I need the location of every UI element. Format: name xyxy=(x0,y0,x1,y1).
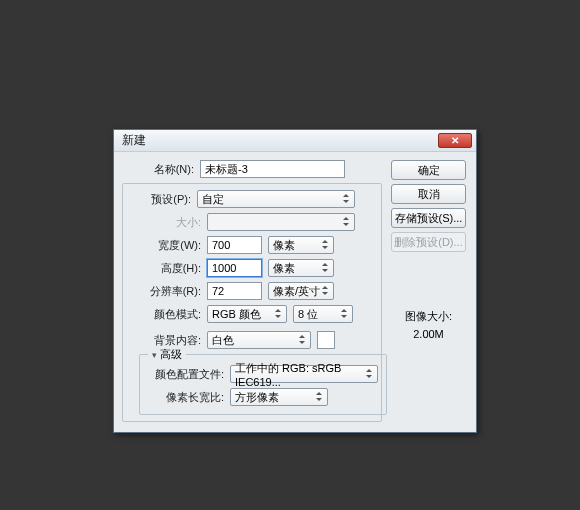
image-size-value: 2.00M xyxy=(391,326,466,344)
bgcolor-swatch[interactable] xyxy=(317,331,335,349)
colorprofile-value: 工作中的 RGB: sRGB IEC619... xyxy=(235,361,373,388)
preset-label: 预设(P): xyxy=(129,192,197,207)
bgcontents-select[interactable]: 白色 xyxy=(207,331,311,349)
colordepth-value: 8 位 xyxy=(298,307,318,322)
advanced-group: 高级 颜色配置文件: 工作中的 RGB: sRGB IEC619... 像素长宽… xyxy=(139,354,387,415)
preset-group: 预设(P): 自定 大小: 宽度(W): xyxy=(122,183,382,422)
pixelaspect-value: 方形像素 xyxy=(235,390,279,405)
chevron-updown-icon xyxy=(341,311,348,318)
height-unit-select[interactable]: 像素 xyxy=(268,259,334,277)
resolution-unit-value: 像素/英寸 xyxy=(273,284,320,299)
chevron-updown-icon xyxy=(343,219,350,226)
width-label: 宽度(W): xyxy=(129,238,207,253)
delete-preset-button: 删除预设(D)... xyxy=(391,232,466,252)
chevron-updown-icon xyxy=(343,196,350,203)
size-select xyxy=(207,213,355,231)
colordepth-select[interactable]: 8 位 xyxy=(293,305,353,323)
chevron-updown-icon xyxy=(322,288,329,295)
size-label: 大小: xyxy=(129,215,207,230)
bgcontents-value: 白色 xyxy=(212,333,234,348)
close-button[interactable]: ✕ xyxy=(438,133,472,148)
advanced-legend[interactable]: 高级 xyxy=(148,347,186,362)
pixelaspect-select[interactable]: 方形像素 xyxy=(230,388,328,406)
image-size-info: 图像大小: 2.00M xyxy=(391,308,466,343)
resolution-label: 分辨率(R): xyxy=(129,284,207,299)
width-unit-value: 像素 xyxy=(273,238,295,253)
chevron-updown-icon xyxy=(322,265,329,272)
colorprofile-select[interactable]: 工作中的 RGB: sRGB IEC619... xyxy=(230,365,378,383)
height-unit-value: 像素 xyxy=(273,261,295,276)
cancel-button[interactable]: 取消 xyxy=(391,184,466,204)
pixelaspect-label: 像素长宽比: xyxy=(146,390,230,405)
colormode-label: 颜色模式: xyxy=(129,307,207,322)
image-size-label: 图像大小: xyxy=(391,308,466,326)
new-document-dialog: 新建 ✕ 确定 取消 存储预设(S)... 删除预设(D)... 图像大小: 2… xyxy=(113,129,477,433)
width-input[interactable] xyxy=(207,236,262,254)
resolution-unit-select[interactable]: 像素/英寸 xyxy=(268,282,334,300)
colorprofile-label: 颜色配置文件: xyxy=(146,367,230,382)
dialog-title: 新建 xyxy=(122,132,438,149)
form-area: 名称(N): 预设(P): 自定 大小: xyxy=(122,160,382,422)
resolution-input[interactable] xyxy=(207,282,262,300)
preset-value: 自定 xyxy=(202,192,224,207)
width-unit-select[interactable]: 像素 xyxy=(268,236,334,254)
name-label: 名称(N): xyxy=(122,162,200,177)
right-button-column: 确定 取消 存储预设(S)... 删除预设(D)... 图像大小: 2.00M xyxy=(391,160,466,343)
height-label: 高度(H): xyxy=(129,261,207,276)
chevron-updown-icon xyxy=(299,337,306,344)
titlebar[interactable]: 新建 ✕ xyxy=(114,130,476,152)
close-icon: ✕ xyxy=(451,135,459,146)
preset-select[interactable]: 自定 xyxy=(197,190,355,208)
chevron-updown-icon xyxy=(316,394,323,401)
chevron-updown-icon xyxy=(275,311,282,318)
name-input[interactable] xyxy=(200,160,345,178)
colormode-select[interactable]: RGB 颜色 xyxy=(207,305,287,323)
height-input[interactable] xyxy=(207,259,262,277)
chevron-updown-icon xyxy=(322,242,329,249)
save-preset-button[interactable]: 存储预设(S)... xyxy=(391,208,466,228)
name-row: 名称(N): xyxy=(122,160,382,178)
bgcontents-label: 背景内容: xyxy=(129,333,207,348)
ok-button[interactable]: 确定 xyxy=(391,160,466,180)
colormode-value: RGB 颜色 xyxy=(212,307,261,322)
